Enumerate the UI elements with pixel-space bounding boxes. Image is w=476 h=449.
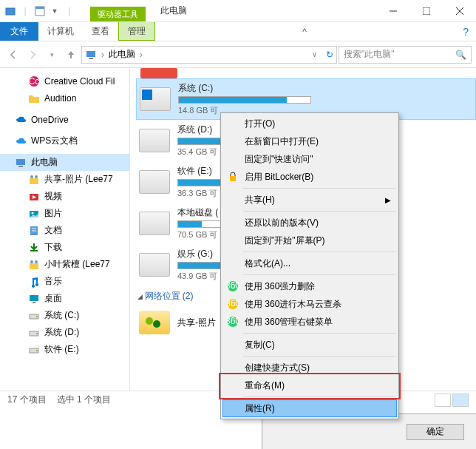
tree-item[interactable]: CcCreative Cloud Fil bbox=[0, 72, 129, 90]
menu-label: 固定到"快速访问" bbox=[245, 153, 313, 166]
partial-item bbox=[140, 68, 177, 78]
music-icon bbox=[28, 276, 40, 288]
menu-item[interactable]: 创建快捷方式(S) bbox=[222, 359, 397, 377]
tree-item[interactable]: 桌面 bbox=[0, 290, 129, 307]
tree-label: 系统 (C:) bbox=[44, 309, 79, 322]
menu-item[interactable]: 360使用 360进行木马云查杀 bbox=[222, 295, 397, 313]
svg-text:360: 360 bbox=[227, 298, 239, 308]
search-input[interactable]: 搜索"此电脑" 🔍 bbox=[339, 46, 472, 64]
tree-label: 文档 bbox=[44, 224, 62, 237]
tree-item[interactable]: 系统 (D:) bbox=[0, 324, 129, 341]
tree-item[interactable]: 软件 (E:) bbox=[0, 341, 129, 358]
tree-label: Creative Cloud Fil bbox=[44, 76, 115, 87]
menu-item[interactable]: 360使用 360强力删除 bbox=[222, 277, 397, 295]
details-view-button[interactable] bbox=[435, 394, 451, 407]
qat-dropdown-icon[interactable]: ▼ bbox=[49, 5, 61, 17]
share-icon bbox=[28, 174, 40, 186]
refresh-icon[interactable]: ↻ bbox=[326, 50, 333, 60]
tree-item[interactable]: OneDrive bbox=[0, 111, 129, 128]
svg-rect-0 bbox=[6, 8, 15, 15]
tab-computer[interactable]: 计算机 bbox=[38, 22, 83, 41]
ribbon-collapse-icon[interactable]: ^ bbox=[296, 22, 313, 41]
menu-item[interactable]: 还原以前的版本(V) bbox=[222, 214, 397, 232]
svg-text:Cc: Cc bbox=[29, 76, 40, 87]
svg-rect-7 bbox=[86, 51, 95, 57]
menu-item[interactable]: 360使用 360管理右键菜单 bbox=[222, 313, 397, 331]
minimize-button[interactable] bbox=[376, 0, 409, 22]
docs-icon bbox=[28, 225, 40, 237]
forward-button[interactable] bbox=[24, 46, 41, 64]
tiles-view-button[interactable] bbox=[452, 394, 469, 407]
svg-point-24 bbox=[35, 260, 38, 263]
back-button[interactable] bbox=[4, 46, 22, 64]
file-tab[interactable]: 文件 bbox=[0, 22, 38, 41]
close-button[interactable] bbox=[443, 0, 476, 22]
menu-item[interactable]: 打开(O) bbox=[222, 115, 397, 132]
svg-rect-8 bbox=[89, 58, 93, 59]
menu-label: 使用 360强力删除 bbox=[245, 280, 315, 293]
360g-icon: 360 bbox=[227, 316, 239, 328]
help-icon[interactable]: ? bbox=[454, 22, 476, 41]
tree-item[interactable]: 图片 bbox=[0, 205, 129, 222]
tree-item[interactable]: WPS云文档 bbox=[0, 132, 129, 149]
tree-item[interactable]: Audition bbox=[0, 90, 129, 107]
breadcrumb[interactable]: 此电脑 bbox=[109, 48, 135, 61]
qat-sep: | bbox=[19, 5, 31, 17]
menu-item[interactable]: 复制(C) bbox=[222, 336, 397, 354]
menu-item[interactable]: 格式化(A)... bbox=[222, 254, 397, 272]
drive-icon bbox=[139, 170, 170, 194]
menu-label: 启用 BitLocker(B) bbox=[245, 171, 313, 183]
tab-manage[interactable]: 管理 bbox=[118, 22, 155, 41]
tree-item[interactable]: 视频 bbox=[0, 188, 129, 205]
titlebar: | ▼ | 驱动器工具 此电脑 bbox=[0, 0, 476, 22]
menu-separator bbox=[243, 396, 395, 397]
menu-label: 还原以前的版本(V) bbox=[245, 217, 319, 229]
menu-item[interactable]: 在新窗口中打开(E) bbox=[222, 132, 397, 150]
tab-view[interactable]: 查看 bbox=[83, 22, 118, 41]
svg-rect-26 bbox=[33, 302, 35, 303]
tree-item[interactable]: 文档 bbox=[0, 222, 129, 239]
search-icon: 🔍 bbox=[455, 50, 466, 60]
bitlocker-icon bbox=[227, 171, 239, 183]
tree-item[interactable]: 小叶紫檀 (Lee77 bbox=[0, 256, 129, 273]
svg-text:360: 360 bbox=[227, 316, 239, 326]
tree-item[interactable]: 系统 (C:) bbox=[0, 307, 129, 324]
svg-point-14 bbox=[30, 175, 33, 178]
address-bar[interactable]: › 此电脑 › ∨ ↻ bbox=[81, 46, 337, 64]
tree-item[interactable]: 下载 bbox=[0, 239, 129, 256]
maximize-button[interactable] bbox=[409, 0, 443, 22]
window-buttons bbox=[376, 0, 476, 22]
drive-icon bbox=[139, 253, 170, 277]
menu-item[interactable]: 重命名(M) bbox=[222, 377, 397, 394]
svg-point-34 bbox=[153, 320, 160, 328]
tree-item[interactable]: 共享-照片 (Lee77 bbox=[0, 171, 129, 188]
menu-separator bbox=[243, 333, 395, 334]
menu-label: 复制(C) bbox=[245, 339, 275, 351]
menu-item[interactable]: 属性(R) bbox=[222, 399, 397, 417]
menu-item[interactable]: 固定到"开始"屏幕(P) bbox=[222, 232, 397, 249]
ok-button[interactable]: 确定 bbox=[407, 424, 464, 440]
tree-label: 视频 bbox=[44, 190, 62, 203]
menu-item[interactable]: 启用 BitLocker(B) bbox=[222, 168, 397, 186]
drive-icon bbox=[28, 310, 40, 322]
cc-icon: Cc bbox=[28, 75, 40, 87]
folder-icon bbox=[28, 92, 40, 104]
svg-rect-2 bbox=[35, 7, 44, 9]
view-buttons bbox=[435, 394, 469, 407]
qat-btn[interactable] bbox=[34, 5, 46, 17]
drive-icon bbox=[28, 344, 40, 356]
svg-rect-12 bbox=[18, 166, 23, 167]
tree-item[interactable]: 此电脑 bbox=[0, 154, 129, 171]
svg-point-28 bbox=[36, 316, 38, 317]
breadcrumb-separator: › bbox=[140, 50, 143, 60]
drive-usage-bar bbox=[178, 96, 311, 104]
svg-point-32 bbox=[36, 350, 38, 351]
up-button[interactable] bbox=[62, 46, 80, 64]
address-dropdown-icon[interactable]: ∨ bbox=[312, 50, 317, 58]
menu-item[interactable]: 共享(H)▶ bbox=[222, 191, 397, 209]
tree-item[interactable]: 音乐 bbox=[0, 273, 129, 290]
svg-rect-11 bbox=[16, 159, 25, 165]
recent-button[interactable]: ▾ bbox=[43, 46, 61, 64]
menu-item[interactable]: 固定到"快速访问" bbox=[222, 150, 397, 168]
tree-label: WPS云文档 bbox=[31, 135, 78, 147]
